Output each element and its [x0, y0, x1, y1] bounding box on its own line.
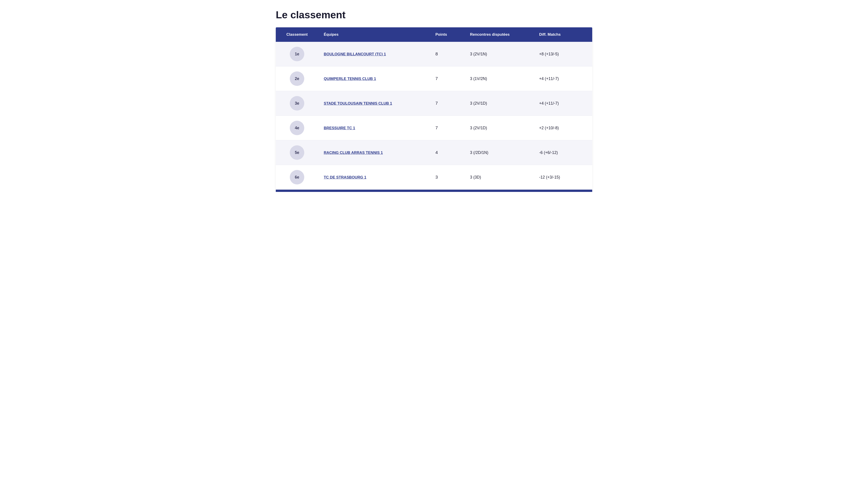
- page-container: Le classement Classement Équipes Points …: [276, 9, 592, 192]
- rencontres-cell: 3 (2V/1D): [465, 116, 534, 140]
- points-cell: 3: [430, 165, 465, 190]
- rank-badge: 5e: [290, 145, 304, 160]
- team-link[interactable]: STADE TOULOUSAIN TENNIS CLUB 1: [324, 101, 392, 105]
- diff-cell: +8 (+13/-5): [534, 42, 592, 66]
- points-cell: 8: [430, 42, 465, 66]
- rencontres-cell: 3 (3D): [465, 165, 534, 190]
- team-cell: BRESSUIRE TC 1: [318, 116, 430, 140]
- table-header-row: Classement Équipes Points Rencontres dis…: [276, 27, 592, 42]
- rank-cell: 3e: [276, 91, 318, 116]
- team-cell: BOULOGNE BILLANCOURT (TC) 1: [318, 42, 430, 66]
- rencontres-cell: 3 (2V/1D): [465, 91, 534, 116]
- points-cell: 7: [430, 91, 465, 116]
- header-diff: Diff. Matchs: [534, 27, 592, 42]
- header-rencontres: Rencontres disputées: [465, 27, 534, 42]
- team-link[interactable]: BRESSUIRE TC 1: [324, 126, 355, 130]
- rank-cell: 4e: [276, 116, 318, 140]
- classement-table-wrapper: Classement Équipes Points Rencontres dis…: [276, 27, 592, 190]
- team-cell: TC DE STRASBOURG 1: [318, 165, 430, 190]
- rank-badge: 4e: [290, 121, 304, 135]
- diff-cell: +2 (+10/-8): [534, 116, 592, 140]
- rank-cell: 2e: [276, 66, 318, 91]
- diff-cell: +4 (+11/-7): [534, 91, 592, 116]
- diff-cell: +4 (+11/-7): [534, 66, 592, 91]
- rank-badge: 1e: [290, 47, 304, 61]
- header-classement: Classement: [276, 27, 318, 42]
- team-link[interactable]: RACING CLUB ARRAS TENNIS 1: [324, 151, 383, 155]
- team-link[interactable]: BOULOGNE BILLANCOURT (TC) 1: [324, 52, 386, 56]
- header-points: Points: [430, 27, 465, 42]
- rank-cell: 1e: [276, 42, 318, 66]
- bottom-bar: [276, 190, 592, 192]
- points-cell: 7: [430, 116, 465, 140]
- team-link[interactable]: QUIMPERLE TENNIS CLUB 1: [324, 77, 376, 81]
- table-row: 5eRACING CLUB ARRAS TENNIS 143 (/2D/1N)-…: [276, 140, 592, 165]
- rank-badge: 2e: [290, 71, 304, 86]
- table-row: 4eBRESSUIRE TC 173 (2V/1D)+2 (+10/-8): [276, 116, 592, 140]
- points-cell: 7: [430, 66, 465, 91]
- rencontres-cell: 3 (1V/2N): [465, 66, 534, 91]
- points-cell: 4: [430, 140, 465, 165]
- team-cell: QUIMPERLE TENNIS CLUB 1: [318, 66, 430, 91]
- rencontres-cell: 3 (2V/1N): [465, 42, 534, 66]
- rencontres-cell: 3 (/2D/1N): [465, 140, 534, 165]
- team-cell: STADE TOULOUSAIN TENNIS CLUB 1: [318, 91, 430, 116]
- team-link[interactable]: TC DE STRASBOURG 1: [324, 175, 366, 180]
- classement-table: Classement Équipes Points Rencontres dis…: [276, 27, 592, 190]
- page-title: Le classement: [276, 9, 592, 21]
- header-equipes: Équipes: [318, 27, 430, 42]
- diff-cell: -6 (+6/-12): [534, 140, 592, 165]
- rank-badge: 6e: [290, 170, 304, 184]
- rank-cell: 5e: [276, 140, 318, 165]
- team-cell: RACING CLUB ARRAS TENNIS 1: [318, 140, 430, 165]
- diff-cell: -12 (+3/-15): [534, 165, 592, 190]
- rank-badge: 3e: [290, 96, 304, 111]
- table-row: 1eBOULOGNE BILLANCOURT (TC) 183 (2V/1N)+…: [276, 42, 592, 66]
- rank-cell: 6e: [276, 165, 318, 190]
- table-row: 6eTC DE STRASBOURG 133 (3D)-12 (+3/-15): [276, 165, 592, 190]
- table-row: 2eQUIMPERLE TENNIS CLUB 173 (1V/2N)+4 (+…: [276, 66, 592, 91]
- table-row: 3eSTADE TOULOUSAIN TENNIS CLUB 173 (2V/1…: [276, 91, 592, 116]
